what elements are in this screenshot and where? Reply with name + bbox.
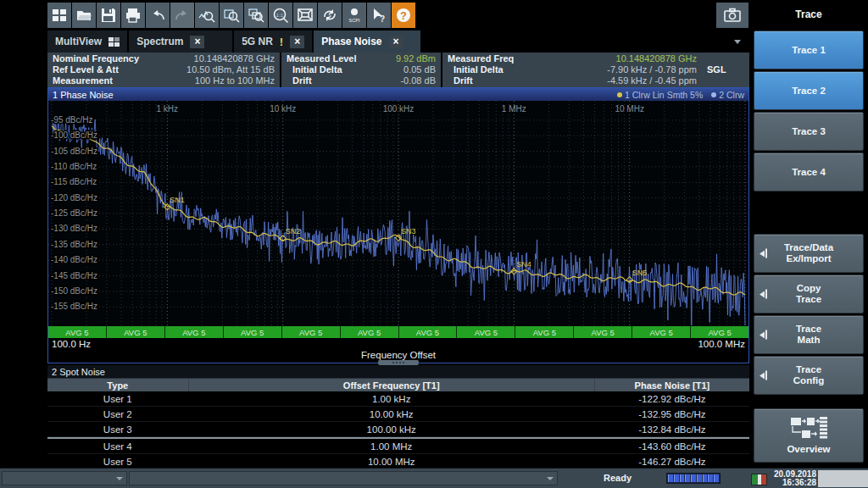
info-value: 10.148420878 GHz — [194, 53, 275, 64]
status-dropdown-left[interactable] — [2, 471, 127, 485]
info-label: Drift — [448, 75, 473, 86]
spot-noise-marker-label: SN2 — [286, 227, 301, 236]
table-row[interactable]: User 41.00 MHz-143.60 dBc/Hz — [47, 437, 749, 454]
toolbar-buttons: 1:1sSCPI?? — [47, 3, 415, 28]
zoom-selection-icon[interactable] — [220, 3, 243, 28]
tab-phase-noise[interactable]: Phase Noise× — [314, 30, 422, 53]
softkey-label: Trace — [796, 294, 821, 305]
phase-noise-cell: -143.60 dBc/Hz — [595, 439, 749, 453]
overview-flow-icon — [789, 416, 828, 444]
softkey-trace-3[interactable]: Trace 3 — [754, 112, 864, 151]
softkey-label: Trace — [796, 324, 821, 335]
submenu-arrow-icon — [760, 371, 767, 380]
avg-count-segment: AVG 5 — [341, 326, 398, 338]
softkey-label: Overview — [787, 444, 830, 455]
help-icon[interactable]: ? — [392, 3, 415, 28]
softkey-overview[interactable]: Overview — [754, 408, 864, 463]
info-row: Measurement100 Hz to 100 MHz — [53, 75, 275, 86]
info-label: Initial Delta — [448, 64, 504, 75]
spot-noise-window: 2 Spot Noise TypeOffset Frequency [T1]Ph… — [47, 365, 749, 463]
offset-frequency-cell: 1.00 MHz — [188, 439, 595, 453]
phase-noise-chart[interactable]: 1 kHz10 kHz100 kHz1 MHz10 MHzSN1SN2SN3SN… — [48, 101, 748, 326]
close-icon[interactable]: × — [389, 36, 403, 48]
tab-overflow-icon[interactable] — [734, 40, 741, 44]
y-axis-tick-label: -115 dBc/Hz — [51, 177, 97, 186]
y-axis-tick-label: -110 dBc/Hz — [51, 162, 97, 171]
phase-noise-cell: -132.95 dBc/Hz — [595, 407, 749, 421]
undo-icon[interactable] — [146, 3, 170, 28]
zoom-multiwindow-icon[interactable] — [244, 3, 268, 28]
zoom-1to1-icon[interactable]: 1:1 — [269, 3, 292, 28]
row-type-cell: User 1 — [47, 391, 188, 406]
softkey-label: Trace — [796, 364, 821, 375]
y-axis-tick-label: -105 dBc/Hz — [51, 147, 97, 156]
softkey-trace-4[interactable]: Trace 4 — [754, 152, 864, 191]
sequencer-icon[interactable]: s — [318, 3, 342, 28]
softkey-trace-config[interactable]: TraceConfig — [754, 356, 864, 395]
x-axis-tick-label: 10 MHz — [615, 104, 643, 114]
softkey-label: Copy — [797, 283, 821, 294]
table-row[interactable]: User 210.00 kHz-132.95 dBc/Hz — [47, 407, 749, 422]
softkey-trace-data-ex-import[interactable]: Trace/DataEx/Import — [754, 234, 864, 273]
svg-text:?: ? — [380, 14, 385, 24]
screenshot-icon[interactable] — [716, 3, 748, 28]
info-value: 0.05 dB — [403, 64, 436, 75]
x-axis-tick-label: 1 kHz — [157, 104, 179, 114]
phase-noise-plot[interactable]: 1 kHz10 kHz100 kHz1 MHz10 MHzSN1SN2SN3SN… — [48, 101, 748, 326]
avg-count-segment: AVG 5 — [165, 326, 223, 338]
offset-frequency-cell: 1.00 kHz — [188, 391, 595, 406]
phase-noise-window: 1 Phase Noise 1 Clrw Lin Smth 5%2 Clrw 1… — [47, 87, 749, 363]
softkey-copy-trace[interactable]: CopyTrace — [754, 274, 864, 313]
softkey-trace-math[interactable]: TraceMath — [754, 315, 864, 354]
info-row: Ref Level & Att10.50 dBm, Att 15 dB — [53, 64, 275, 75]
tab-spectrum[interactable]: Spectrum× — [129, 30, 234, 53]
scpi-recorder-icon[interactable]: SCPI — [342, 3, 366, 28]
open-file-icon[interactable] — [72, 3, 96, 28]
row-type-cell: User 2 — [47, 407, 188, 421]
redo-icon[interactable] — [170, 3, 194, 28]
softkey-label: Trace 4 — [792, 167, 826, 178]
spot-noise-marker-label: SN1 — [170, 196, 185, 204]
x-axis-tick-label: 1 MHz — [502, 104, 526, 114]
tab-5g-nr[interactable]: 5G NR!× — [234, 30, 314, 53]
info-label: Measured Level — [287, 53, 357, 64]
progress-segment — [668, 474, 673, 482]
chevron-down-icon — [547, 477, 554, 480]
info-value: 9.92 dBm — [396, 53, 436, 64]
close-icon[interactable]: × — [190, 36, 204, 48]
display-frame-icon[interactable] — [293, 3, 317, 28]
avg-count-segment: AVG 5 — [224, 326, 281, 338]
tab-label: Phase Noise — [321, 36, 381, 47]
y-axis-tick-label: -145 dBc/Hz — [51, 271, 97, 280]
tab-multiview[interactable]: MultiView — [47, 30, 129, 53]
submenu-arrow-icon — [760, 290, 767, 299]
info-row: Initial Delta0.05 dB — [287, 64, 436, 75]
table-row[interactable]: User 3100.00 kHz-132.84 dBc/Hz — [47, 422, 749, 437]
windows-icon[interactable] — [47, 3, 71, 28]
info-value: 100 Hz to 100 MHz — [195, 75, 275, 86]
print-icon[interactable] — [121, 3, 145, 28]
softkey-trace-1[interactable]: Trace 1 — [754, 30, 864, 69]
svg-text:1:1: 1:1 — [276, 13, 284, 18]
toolbar: 1:1sSCPI?? — [0, 0, 749, 30]
context-help-icon[interactable]: ? — [367, 3, 391, 28]
y-axis-tick-label: -120 dBc/Hz — [51, 193, 97, 202]
phase-noise-window-titlebar[interactable]: 1 Phase Noise 1 Clrw Lin Smth 5%2 Clrw — [48, 88, 748, 101]
avg-count-segment: AVG 5 — [515, 326, 573, 338]
spot-noise-table: TypeOffset Frequency [T1]Phase Noise [T1… — [47, 379, 749, 469]
save-icon[interactable] — [97, 3, 120, 28]
zoom-trace-icon[interactable] — [195, 3, 219, 28]
y-axis-tick-label: -135 dBc/Hz — [51, 240, 97, 249]
legend-label: 1 Clrw Lin Smth 5% — [625, 90, 703, 100]
info-value: -0.08 dB — [400, 75, 436, 86]
phase-noise-cell: -132.84 dBc/Hz — [595, 422, 749, 436]
avg-count-segment: AVG 5 — [282, 326, 340, 338]
table-row[interactable]: User 11.00 kHz-122.92 dBc/Hz — [47, 391, 749, 407]
status-dropdown-message[interactable] — [129, 471, 558, 485]
spot-noise-window-titlebar[interactable]: 2 Spot Noise — [47, 365, 749, 379]
spot-noise-marker-label: SN3 — [401, 227, 416, 236]
legend-label: 2 Clrw — [719, 90, 744, 100]
close-icon[interactable]: × — [290, 36, 304, 48]
softkey-trace-2[interactable]: Trace 2 — [754, 71, 864, 110]
avg-count-segment: AVG 5 — [399, 326, 457, 338]
